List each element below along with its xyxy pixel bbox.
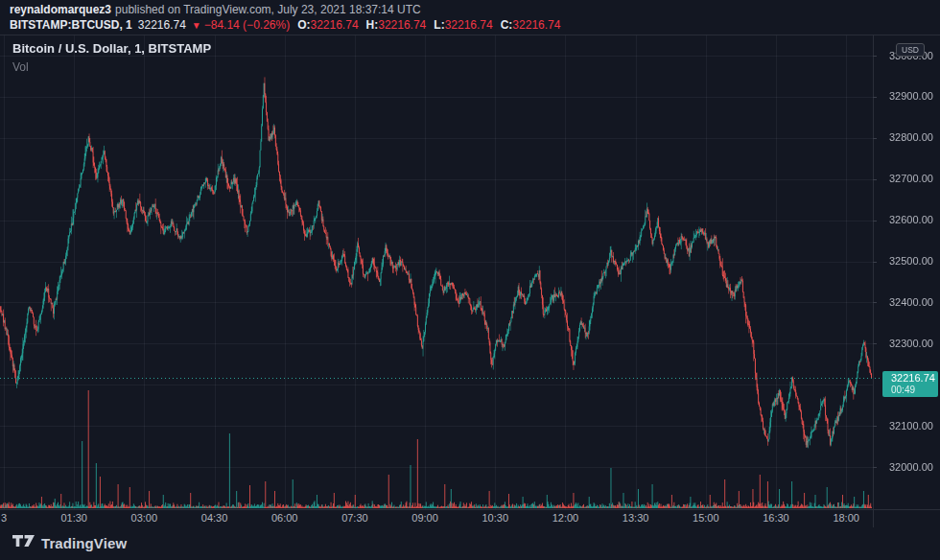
price-axis-label: 32000.00 [889,461,933,474]
price-change: −84.14 (−0.26%) [204,18,290,32]
low-value: 32216.74 [445,18,493,32]
price-tick [873,138,877,139]
low-label: L: [434,18,444,32]
time-axis-label: 3 [1,512,7,524]
open-label: O: [297,18,310,32]
tradingview-logo-icon[interactable] [12,535,35,550]
price-axis-label: 32400.00 [889,296,933,309]
price-axis-label: 32900.00 [889,90,933,103]
close-label: C: [501,18,513,32]
chart-top-border [0,35,940,35]
footer: TradingView [12,530,127,555]
close-value: 32216.74 [512,18,560,32]
time-axis-label: 10:30 [482,512,508,524]
price-axis-label: 32600.00 [889,214,933,226]
price-tick [873,56,877,57]
price-axis-label: 32700.00 [889,173,933,185]
candlestick-chart-canvas[interactable] [0,35,882,509]
brand-name: TradingView [41,535,127,551]
price-axis-label: 32300.00 [889,338,933,350]
time-axis-label: 07:30 [341,512,368,524]
chart-legend: Bitcoin / U.S. Dollar, 1, BITSTAMP Vol [12,41,211,74]
chart-title: Bitcoin / U.S. Dollar, 1, BITSTAMP [12,41,211,56]
price-axis-label: 32500.00 [889,255,933,268]
time-axis-label: 01:30 [60,512,87,524]
price-tick [873,302,877,303]
down-arrow-icon: ▼ [192,20,201,31]
price-tick [873,262,877,263]
publisher-username: reynaldomarquez3 [10,3,111,16]
last-price-badge-value: 32216.74 [891,372,938,385]
high-value: 32216.74 [378,18,426,32]
time-axis-label: 18:00 [833,512,859,524]
price-axis-label: 32800.00 [889,131,933,144]
price-axis-label: 32100.00 [889,420,933,432]
price-tick [873,97,877,98]
volume-indicator-label: Vol [12,60,211,74]
symbol-interval: BITSTAMP:BTCUSD, 1 [10,18,132,32]
publish-info: published on TradingView.com, July 23, 2… [115,3,421,16]
currency-unit-badge[interactable]: USD [896,43,925,57]
price-tick [873,343,877,344]
header: reynaldomarquez3published on TradingView… [0,0,940,35]
last-price-badge: 32216.74 00:49 [882,371,938,397]
price-tick [873,467,877,468]
time-axis-label: 03:00 [131,512,158,524]
time-axis-label: 15:00 [693,512,719,524]
tradingview-published-chart: reynaldomarquez3published on TradingView… [0,0,940,560]
last-price: 32216.74 [138,18,186,32]
price-tick [873,221,877,222]
bar-countdown: 00:49 [891,385,938,395]
time-axis-label: 12:00 [552,512,579,524]
time-axis-label: 09:00 [411,512,438,524]
byline: reynaldomarquez3published on TradingView… [10,3,421,16]
high-label: H: [366,18,379,32]
quote-row: BITSTAMP:BTCUSD, 132216.74▼−84.14 (−0.26… [10,18,560,33]
time-axis-label: 04:30 [201,512,228,524]
price-tick [873,179,877,180]
time-axis-label: 16:30 [763,512,789,524]
time-scale[interactable]: 301:3003:0004:3006:0007:3009:0010:3012:0… [0,510,873,527]
time-axis-label: 06:00 [271,512,298,524]
price-tick [873,426,877,427]
open-value: 32216.74 [311,18,359,32]
price-scale[interactable]: 33000.0032900.0032800.0032700.0032600.00… [873,35,940,509]
time-axis-label: 13:30 [623,512,649,524]
